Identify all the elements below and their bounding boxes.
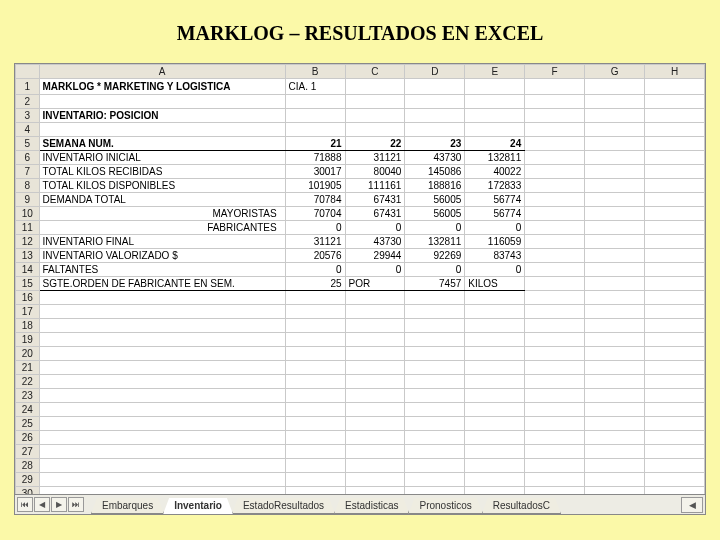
cell[interactable]: 92269 <box>405 249 465 263</box>
cell[interactable]: SGTE.ORDEN DE FABRICANTE EN SEM. <box>39 277 285 291</box>
cell[interactable] <box>465 305 525 319</box>
cell[interactable] <box>405 473 465 487</box>
tab-pronosticos[interactable]: Pronosticos <box>408 498 482 514</box>
cell[interactable]: 23 <box>405 137 465 151</box>
cell[interactable]: 30017 <box>285 165 345 179</box>
cell[interactable] <box>285 291 345 305</box>
cell[interactable] <box>585 473 645 487</box>
cell[interactable] <box>585 95 645 109</box>
cell[interactable] <box>585 165 645 179</box>
col-A[interactable]: A <box>39 65 285 79</box>
cell[interactable]: 0 <box>345 263 405 277</box>
cell[interactable] <box>645 473 705 487</box>
row-header[interactable]: 9 <box>16 193 40 207</box>
cell[interactable] <box>645 431 705 445</box>
cell[interactable] <box>405 459 465 473</box>
cell[interactable] <box>39 95 285 109</box>
cell[interactable] <box>525 263 585 277</box>
cell[interactable]: 116059 <box>465 235 525 249</box>
tab-estadisticas[interactable]: Estadisticas <box>334 498 409 514</box>
cell[interactable] <box>585 123 645 137</box>
cell[interactable]: 43730 <box>405 151 465 165</box>
cell[interactable] <box>405 361 465 375</box>
cell[interactable]: FABRICANTES <box>39 221 285 235</box>
cell[interactable]: 70704 <box>285 207 345 221</box>
cell[interactable] <box>585 249 645 263</box>
cell[interactable] <box>525 375 585 389</box>
cell[interactable] <box>39 459 285 473</box>
cell[interactable] <box>645 319 705 333</box>
cell[interactable] <box>465 389 525 403</box>
cell[interactable]: INVENTARIO: POSICION <box>39 109 285 123</box>
cell[interactable] <box>345 389 405 403</box>
cell[interactable] <box>285 389 345 403</box>
cell[interactable] <box>39 431 285 445</box>
cell[interactable]: 188816 <box>405 179 465 193</box>
cell[interactable] <box>285 305 345 319</box>
row-header[interactable]: 4 <box>16 123 40 137</box>
cell[interactable]: INVENTARIO INICIAL <box>39 151 285 165</box>
cell[interactable] <box>39 319 285 333</box>
cell[interactable] <box>39 473 285 487</box>
col-G[interactable]: G <box>585 65 645 79</box>
cell[interactable] <box>585 263 645 277</box>
cell[interactable] <box>525 79 585 95</box>
tab-resultadosc[interactable]: ResultadosC <box>482 498 561 514</box>
cell[interactable] <box>405 305 465 319</box>
cell[interactable] <box>525 291 585 305</box>
cell[interactable] <box>39 361 285 375</box>
cell[interactable] <box>285 473 345 487</box>
cell[interactable]: 145086 <box>405 165 465 179</box>
cell[interactable] <box>525 389 585 403</box>
cell[interactable] <box>345 79 405 95</box>
cell[interactable] <box>585 375 645 389</box>
row-header[interactable]: 11 <box>16 221 40 235</box>
cell[interactable] <box>405 389 465 403</box>
cell[interactable] <box>645 375 705 389</box>
cell[interactable] <box>645 277 705 291</box>
row-header[interactable]: 24 <box>16 403 40 417</box>
cell[interactable] <box>525 193 585 207</box>
row-header[interactable]: 2 <box>16 95 40 109</box>
cell[interactable] <box>645 263 705 277</box>
cell[interactable] <box>585 417 645 431</box>
cell[interactable] <box>405 291 465 305</box>
cell[interactable] <box>525 179 585 193</box>
cell[interactable] <box>525 347 585 361</box>
corner-cell[interactable] <box>16 65 40 79</box>
row-header[interactable]: 18 <box>16 319 40 333</box>
cell[interactable] <box>405 333 465 347</box>
cell[interactable] <box>405 417 465 431</box>
cell[interactable] <box>345 123 405 137</box>
cell[interactable] <box>585 207 645 221</box>
cell[interactable] <box>345 445 405 459</box>
cell[interactable] <box>345 403 405 417</box>
cell[interactable] <box>465 123 525 137</box>
cell[interactable] <box>585 333 645 347</box>
cell[interactable] <box>585 151 645 165</box>
cell[interactable] <box>585 109 645 123</box>
cell[interactable] <box>645 193 705 207</box>
cell[interactable] <box>345 431 405 445</box>
cell[interactable]: POR <box>345 277 405 291</box>
cell[interactable] <box>465 291 525 305</box>
cell[interactable] <box>645 417 705 431</box>
cell[interactable] <box>39 291 285 305</box>
cell[interactable]: 31121 <box>285 235 345 249</box>
cell[interactable]: 172833 <box>465 179 525 193</box>
cell[interactable] <box>465 333 525 347</box>
cell[interactable] <box>525 151 585 165</box>
row-header[interactable]: 26 <box>16 431 40 445</box>
cell[interactable] <box>525 473 585 487</box>
cell[interactable] <box>645 207 705 221</box>
cell[interactable] <box>585 459 645 473</box>
cell[interactable] <box>645 333 705 347</box>
tab-prev-button[interactable]: ◀ <box>34 497 50 512</box>
cell[interactable] <box>525 277 585 291</box>
cell[interactable] <box>39 389 285 403</box>
cell[interactable]: 132811 <box>405 235 465 249</box>
cell[interactable]: 20576 <box>285 249 345 263</box>
cell[interactable]: 67431 <box>345 207 405 221</box>
cell[interactable] <box>345 305 405 319</box>
cell[interactable] <box>465 403 525 417</box>
